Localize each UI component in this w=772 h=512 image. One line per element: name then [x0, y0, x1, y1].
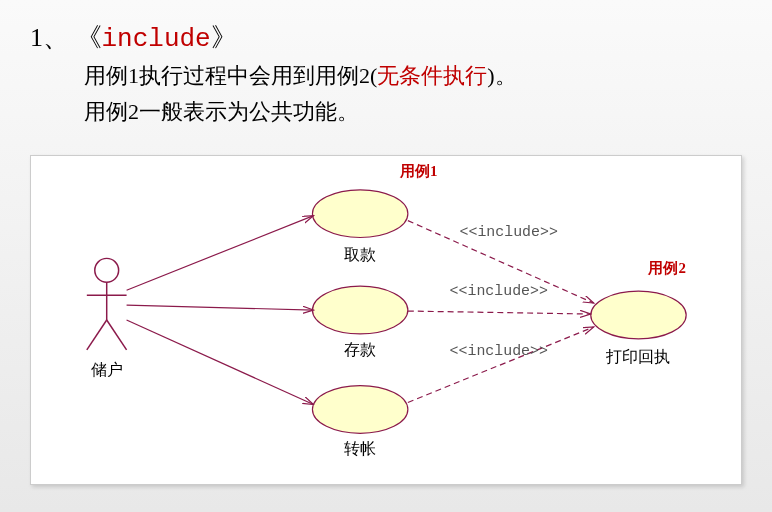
highlight-text: 无条件执行	[377, 63, 487, 88]
svg-line-3	[87, 320, 107, 350]
keyword-include: include	[102, 24, 211, 54]
actor-icon	[87, 258, 127, 349]
usecase-withdraw	[312, 190, 407, 238]
usecase-print	[591, 291, 686, 339]
usecase-transfer-label: 转帐	[344, 440, 376, 457]
usecase-transfer	[312, 386, 407, 434]
usecase-deposit-label: 存款	[344, 341, 376, 358]
include-transfer-print	[408, 327, 594, 403]
annotation-usecase1: 用例1	[399, 163, 437, 179]
usecase-print-label: 打印回执	[605, 348, 670, 365]
association-deposit	[127, 305, 314, 310]
section-number: 1、	[30, 23, 69, 52]
bracket-open: 《	[76, 23, 102, 52]
usecase-withdraw-label: 取款	[344, 246, 376, 263]
description-line-1: 用例1执行过程中会用到用例2(无条件执行)。	[84, 61, 742, 91]
actor-label: 储户	[91, 361, 123, 378]
diagram-svg: 储户 取款 存款 转帐 打印回执 用例1 用例2 <<include>> <<i…	[31, 156, 741, 484]
uml-diagram: 储户 取款 存款 转帐 打印回执 用例1 用例2 <<include>> <<i…	[30, 155, 742, 485]
stereotype-3: <<include>>	[450, 343, 548, 359]
annotation-usecase2: 用例2	[647, 260, 685, 276]
association-transfer	[127, 320, 314, 404]
include-deposit-print	[408, 311, 591, 314]
svg-line-4	[107, 320, 127, 350]
usecase-deposit	[312, 286, 407, 334]
description-line-2: 用例2一般表示为公共功能。	[84, 97, 742, 127]
section-title: 1、 《include》	[30, 20, 742, 55]
stereotype-1: <<include>>	[460, 224, 558, 240]
association-withdraw	[127, 216, 314, 291]
bracket-close: 》	[211, 23, 237, 52]
stereotype-2: <<include>>	[450, 283, 548, 299]
svg-point-0	[95, 258, 119, 282]
